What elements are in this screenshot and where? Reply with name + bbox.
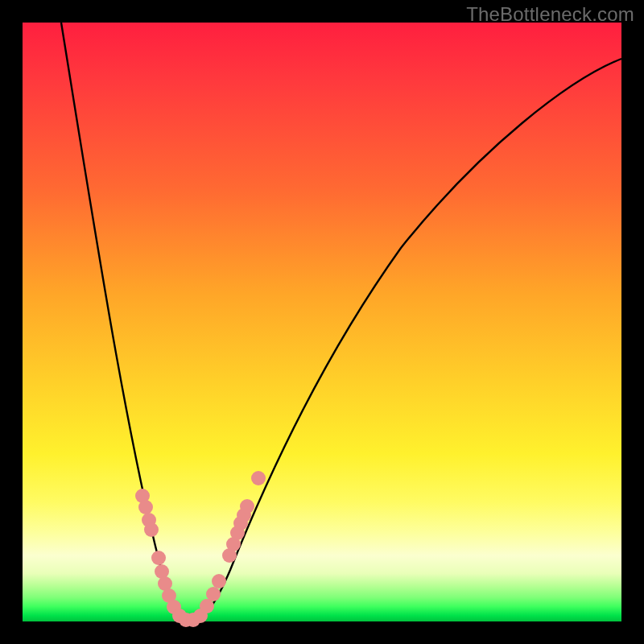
data-dot <box>251 471 266 485</box>
chart-svg <box>23 23 621 621</box>
data-dot <box>240 499 254 514</box>
chart-frame: TheBottleneck.com <box>0 0 644 644</box>
data-dot <box>212 574 226 588</box>
data-dot <box>151 551 166 565</box>
marker-group <box>135 471 266 627</box>
data-dot <box>138 500 153 514</box>
watermark-text: TheBottleneck.com <box>466 3 634 26</box>
plot-area <box>23 23 621 621</box>
data-dot <box>144 522 159 537</box>
data-dot <box>206 587 221 601</box>
